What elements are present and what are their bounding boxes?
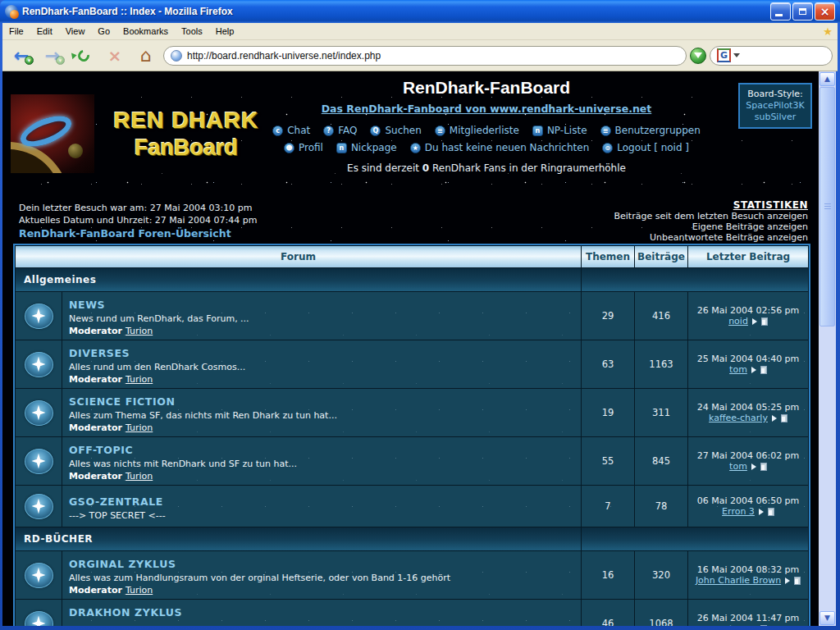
online-count: 0 <box>422 162 429 174</box>
goto-post-arrow-icon <box>751 367 760 373</box>
category-title[interactable]: RD-BÜCHER <box>16 527 581 550</box>
last-post-user-link[interactable]: John Charlie Brown <box>696 575 781 586</box>
statistics-link[interactable]: STATISTIKEN <box>614 199 808 211</box>
window-title: RenDhark-FanBoard :: Index - Mozilla Fir… <box>22 6 770 17</box>
forum-status-icon <box>25 563 53 588</box>
col-header-topics: Themen <box>582 246 634 267</box>
go-button[interactable] <box>690 48 706 64</box>
forum-link[interactable]: ORGINAL ZYKLUS <box>69 558 176 570</box>
site-globe-icon <box>171 50 182 62</box>
board-subtitle-link[interactable]: Das RenDhark-Fanboard von www.rendhark-u… <box>322 103 652 115</box>
menu-edit[interactable]: Edit <box>30 24 59 39</box>
stats-own-posts-link[interactable]: Eigene Beiträge anzeigen <box>614 221 808 232</box>
style-link-subsilver[interactable]: subSilver <box>742 112 809 123</box>
nav-search[interactable]: QSuchen <box>370 125 421 136</box>
category-title[interactable]: Allgemeines <box>16 268 581 291</box>
forum-description: ---> TOP SECRET <--- <box>69 510 574 521</box>
nav-chat[interactable]: cChat <box>272 125 310 136</box>
stop-button[interactable]: × <box>101 43 129 68</box>
forum-link[interactable]: OFF-TOPIC <box>69 444 133 456</box>
latest-post-page-icon[interactable] <box>761 317 768 326</box>
last-post-user-link[interactable]: tom <box>729 461 747 472</box>
posts-count: 1068 <box>635 600 687 626</box>
moderator-link[interactable]: Turion <box>126 585 153 596</box>
latest-post-page-icon[interactable] <box>760 366 767 374</box>
latest-post-page-icon[interactable] <box>794 577 801 585</box>
posts-count: 845 <box>635 437 687 485</box>
forward-button[interactable]: → ▾ <box>39 43 66 68</box>
minimize-button[interactable] <box>770 2 791 21</box>
scrollbar-thumb[interactable] <box>819 87 835 326</box>
reload-button[interactable] <box>70 43 98 68</box>
last-post-user-link[interactable]: tom <box>729 623 747 626</box>
back-dropdown-icon[interactable]: ▾ <box>25 56 34 65</box>
nav-np-list[interactable]: nNP-Liste <box>532 125 587 136</box>
forum-status-icon <box>25 304 53 329</box>
style-link-spacepilot[interactable]: SpacePilot3K <box>742 100 809 112</box>
titlebar: RenDhark-FanBoard :: Index - Mozilla Fir… <box>0 0 840 23</box>
last-post-user-link[interactable]: noid <box>728 316 748 326</box>
stats-new-posts-link[interactable]: Beiträge seit dem letzten Besuch anzeige… <box>614 211 808 221</box>
moderator-link[interactable]: Turion <box>126 326 153 336</box>
nav-memberlist[interactable]: ≡Mitgliederliste <box>435 125 519 136</box>
stats-unanswered-link[interactable]: Unbeantwortete Beiträge anzeigen <box>614 232 808 243</box>
nav-profile[interactable]: ☻Profil <box>284 142 323 153</box>
posts-count: 320 <box>635 551 687 599</box>
latest-post-page-icon[interactable] <box>768 508 774 516</box>
last-post-user-link[interactable]: tom <box>729 364 747 375</box>
search-engine-dropdown-icon[interactable] <box>733 53 740 61</box>
board-logo-image[interactable] <box>11 94 94 173</box>
last-post-user-link[interactable]: Erron 3 <box>722 506 755 517</box>
nav-logout[interactable]: ⊙Logout [ noid ] <box>602 142 689 153</box>
goto-post-arrow-icon <box>785 578 793 584</box>
latest-post-page-icon[interactable] <box>760 625 767 626</box>
last-post-user-link[interactable]: kaffee-charly <box>709 413 768 423</box>
url-input[interactable]: http://board.rendhark-universe.net/index… <box>187 50 381 62</box>
forum-link[interactable]: NEWS <box>69 299 105 311</box>
page-content: REN DHARK FanBoard RenDhark-FanBoard Das… <box>2 71 819 626</box>
moderator-link[interactable]: Turion <box>126 374 153 385</box>
menu-help[interactable]: Help <box>209 24 241 39</box>
search-box[interactable]: G <box>710 46 833 66</box>
menu-tools[interactable]: Tools <box>175 24 209 39</box>
online-users-line: Es sind derzeit 0 RenDhark Fans in der R… <box>265 162 708 174</box>
topics-count: 46 <box>582 600 634 626</box>
nav-messages[interactable]: ★Du hast keine neuen Nachrichten <box>410 142 590 153</box>
forum-row-orginal-zyklus: ORGINAL ZYKLUS Alles was zum Handlungsra… <box>16 551 808 599</box>
brand-wordmark: REN DHARK FanBoard <box>89 107 283 161</box>
forum-link[interactable]: DIVERSES <box>69 347 130 359</box>
forum-row-off-topic: OFF-TOPIC Alles was nichts mit RenDhark … <box>16 437 808 485</box>
topics-count: 63 <box>582 340 634 388</box>
home-button[interactable]: ⌂ <box>132 43 160 68</box>
nav-nickpage[interactable]: nNickpage <box>336 142 397 153</box>
last-post-date: 26 Mai 2004 02:56 pm <box>688 305 808 316</box>
forum-link[interactable]: GSO-ZENTRALE <box>69 495 163 508</box>
nav-usergroups[interactable]: ≡Benutzergruppen <box>600 125 701 136</box>
moderator-link[interactable]: Turion <box>126 471 153 482</box>
vertical-scrollbar[interactable]: ▲ ▼ <box>819 71 836 626</box>
menu-bookmarks[interactable]: Bookmarks <box>116 24 175 39</box>
close-button[interactable]: × <box>815 2 835 21</box>
chat-icon: c <box>272 126 283 136</box>
restore-button[interactable] <box>792 2 813 21</box>
forum-row-drakhon-zyklus: DRAKHON ZYKLUS ModeratorTurion 46 1068 2… <box>16 600 808 626</box>
moderator-link[interactable]: Turion <box>126 422 153 433</box>
board-style-box: Board-Style: SpacePilot3K subSilver <box>738 83 812 129</box>
latest-post-page-icon[interactable] <box>760 463 767 471</box>
forum-overview-link[interactable]: RenDhark-FanBoard Foren-Übersicht <box>19 227 258 240</box>
nav-faq[interactable]: ?FAQ <box>323 125 357 136</box>
back-button[interactable]: ← ▾ <box>7 43 35 68</box>
last-post-date: 26 Mai 2004 11:47 pm <box>688 613 808 623</box>
menu-file[interactable]: File <box>2 24 30 39</box>
forum-description: Alles was nichts mit RenDhark und SF zu … <box>69 459 574 469</box>
scroll-down-button[interactable]: ▼ <box>819 611 835 625</box>
address-bar[interactable]: http://board.rendhark-universe.net/index… <box>163 46 687 66</box>
forum-link[interactable]: DRAKHON ZYKLUS <box>69 606 182 619</box>
forum-link[interactable]: SCIENCE FICTION <box>69 395 176 408</box>
menu-go[interactable]: Go <box>91 24 116 39</box>
scroll-up-button[interactable]: ▲ <box>819 72 835 86</box>
table-header-row: Forum Themen Beiträge Letzter Beitrag <box>16 246 808 267</box>
menu-view[interactable]: View <box>59 24 92 39</box>
latest-post-page-icon[interactable] <box>781 414 788 422</box>
goto-post-arrow-icon <box>759 509 767 515</box>
